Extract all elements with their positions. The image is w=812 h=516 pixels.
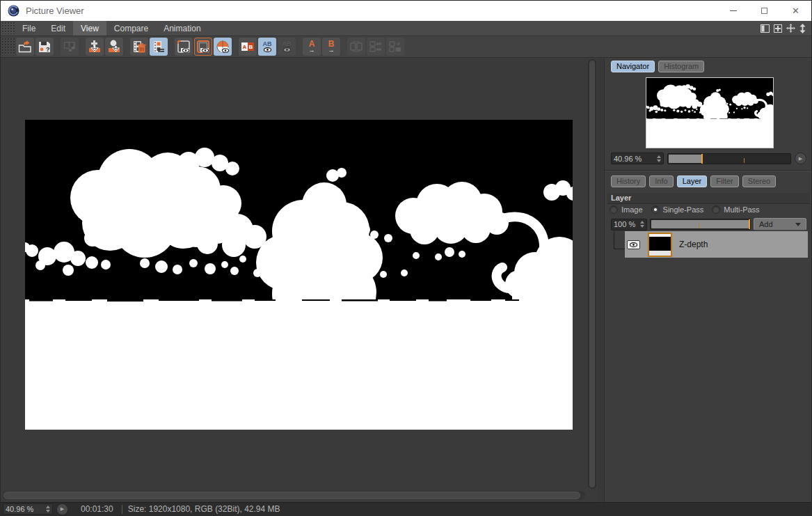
image-viewport[interactable]: [1, 58, 598, 502]
save-image-button[interactable]: ?: [35, 38, 54, 56]
title-bar: Picture Viewer ✕: [1, 0, 811, 21]
layer-mode-options: Image Single-Pass Multi-Pass: [610, 205, 760, 214]
minimize-icon: [730, 10, 737, 11]
ab-wipe-eye-icon: AB: [263, 41, 272, 52]
vertical-scrollbar-thumb[interactable]: [589, 61, 595, 487]
split-panel-icon[interactable]: [761, 24, 770, 33]
navigator-options-button[interactable]: ▶: [795, 153, 806, 164]
channels-ball-eye-icon: [216, 40, 230, 54]
eye-icon: [630, 242, 637, 247]
navigator-zoom-slider[interactable]: [667, 153, 791, 164]
show-channels-ball-button[interactable]: [214, 38, 232, 56]
menu-file[interactable]: File: [15, 21, 43, 36]
filled-frame-eye-icon: [196, 40, 210, 54]
ab-compare-icon: A B: [241, 42, 254, 51]
status-bar: 40.96 % ▶ 00:01:30 Size: 1920x1080, RGB …: [1, 502, 811, 515]
layer-visibility-toggle[interactable]: [627, 240, 640, 249]
align-ab-button[interactable]: [367, 38, 385, 56]
horizontal-scrollbar[interactable]: [3, 491, 585, 500]
object-download-icon: [107, 40, 121, 54]
tab-navigator[interactable]: Navigator: [611, 61, 655, 72]
panel-splitter[interactable]: [598, 58, 605, 502]
ratio-ab-icon: [389, 41, 401, 52]
navigator-zoom-row: 40.96 % ▶: [611, 153, 806, 164]
show-filled-frame-button[interactable]: [194, 38, 212, 56]
tab-layer[interactable]: Layer: [677, 175, 708, 187]
detach-panel-icon[interactable]: [774, 24, 782, 33]
delete-frames-button[interactable]: [130, 38, 148, 56]
radio-single-pass-icon: [651, 205, 660, 214]
compare-ab-button[interactable]: A B: [239, 38, 257, 56]
zdepth-render-image: [25, 120, 573, 430]
film-trash-icon: [132, 40, 146, 54]
navigator-preview-image: [646, 78, 773, 148]
app-logo-icon: [8, 5, 19, 17]
show-image-frame-button[interactable]: [175, 38, 193, 56]
tab-history[interactable]: History: [611, 175, 646, 187]
play-arrow-icon: ▶: [61, 506, 64, 512]
menu-edit[interactable]: Edit: [43, 21, 73, 36]
layer-thumbnail[interactable]: [648, 233, 672, 257]
tab-info[interactable]: Info: [649, 175, 673, 187]
layer-section-header: Layer: [607, 193, 810, 204]
toolbar: ?: [1, 36, 811, 58]
swap-ab-button[interactable]: [347, 38, 365, 56]
radio-single-pass[interactable]: Single-Pass: [651, 205, 704, 214]
tree-line: [614, 249, 625, 249]
move-panel-icon[interactable]: [786, 24, 795, 33]
minimize-button[interactable]: [717, 1, 749, 21]
close-icon: ✕: [792, 6, 799, 15]
layer-opacity-slider[interactable]: [650, 219, 751, 230]
question-glyph: ?: [46, 46, 50, 53]
horizontal-scrollbar-thumb[interactable]: [3, 492, 580, 499]
add-layer-button[interactable]: Add: [754, 218, 806, 230]
compare-ab-overlay-button[interactable]: AB: [278, 38, 296, 56]
menu-animation[interactable]: Animation: [156, 21, 208, 36]
frame-eye-icon: [177, 40, 191, 54]
play-arrow-icon: ▶: [799, 156, 802, 162]
spinner-arrows-icon[interactable]: [640, 221, 644, 228]
object-download-button[interactable]: [105, 38, 123, 56]
layer-list: Z-depth: [609, 231, 808, 260]
tab-filter[interactable]: Filter: [710, 175, 738, 187]
menu-view[interactable]: View: [73, 21, 106, 36]
folder-open-icon: [18, 40, 32, 53]
compare-ab-wipe-button[interactable]: AB: [258, 38, 276, 56]
stack-download-button[interactable]: [86, 38, 104, 56]
radio-multi-pass[interactable]: Multi-Pass: [712, 205, 759, 214]
toolbar-grip-handle[interactable]: [2, 38, 15, 55]
status-options-button[interactable]: ▶: [56, 503, 68, 515]
film-list-icon: [152, 40, 166, 54]
menu-compare[interactable]: Compare: [106, 21, 156, 36]
tab-histogram[interactable]: Histogram: [658, 61, 704, 72]
layer-opacity-spinner[interactable]: 100 %: [611, 219, 647, 230]
stack-download-icon: [88, 40, 102, 54]
status-timecode: 00:01:30: [81, 504, 113, 514]
inspector-tab-bar: History Info Layer Filter Stereo: [611, 175, 777, 187]
radio-image[interactable]: Image: [610, 205, 643, 214]
frame-list-button[interactable]: [150, 38, 168, 56]
open-image-button[interactable]: [16, 38, 34, 56]
ratio-ab-button[interactable]: [386, 38, 404, 56]
vertical-scrollbar[interactable]: [588, 59, 596, 489]
spinner-arrows-icon[interactable]: [46, 506, 50, 513]
status-zoom-spinner[interactable]: 40.96 %: [3, 503, 53, 515]
navigator-thumbnail[interactable]: [646, 77, 774, 148]
scale-panel-icon[interactable]: [799, 24, 806, 33]
image-canvas[interactable]: [25, 120, 573, 430]
close-button[interactable]: ✕: [780, 1, 811, 21]
navigator-tab-bar: Navigator Histogram: [611, 61, 706, 72]
menu-grip-handle[interactable]: [2, 22, 15, 34]
render-frames-button[interactable]: [61, 38, 79, 56]
set-compare-a-button[interactable]: A →: [303, 38, 321, 56]
maximize-icon: [761, 8, 767, 14]
window-title: Picture Viewer: [26, 6, 84, 16]
set-compare-b-button[interactable]: B →: [322, 38, 340, 56]
maximize-button[interactable]: [749, 1, 780, 21]
swap-ab-icon: [350, 41, 363, 52]
tab-stereo[interactable]: Stereo: [742, 175, 776, 187]
align-ab-icon: [369, 41, 382, 52]
layer-row-zdepth[interactable]: Z-depth: [625, 231, 808, 258]
navigator-zoom-spinner[interactable]: 40.96 %: [611, 153, 664, 164]
spinner-arrows-icon[interactable]: [657, 155, 661, 162]
